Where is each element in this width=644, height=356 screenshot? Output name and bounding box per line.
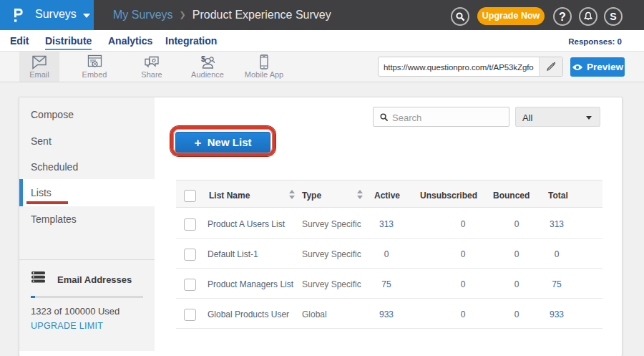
svg-text:$: $	[201, 54, 205, 63]
